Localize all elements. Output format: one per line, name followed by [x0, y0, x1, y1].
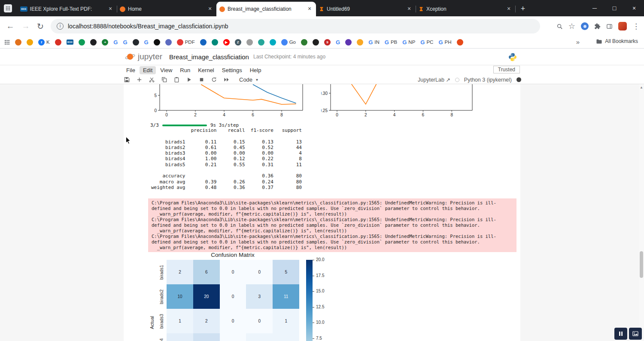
bookmark-item[interactable]	[258, 39, 264, 46]
save-icon[interactable]	[124, 76, 130, 83]
browser-tab[interactable]: Xception×	[416, 2, 515, 16]
menu-help[interactable]: Help	[246, 66, 265, 74]
site-favicon: Z	[235, 39, 241, 46]
extension-badge-icon[interactable]	[581, 22, 589, 30]
confusion-row-label: birads2	[159, 289, 164, 304]
bookmark-item[interactable]	[165, 39, 172, 46]
jupyterlab-link[interactable]: JupyterLab ↗	[418, 76, 450, 83]
scroll-up-icon[interactable]: ▲	[639, 85, 644, 89]
tab-close-icon[interactable]: ×	[306, 6, 313, 12]
screenshot-button[interactable]	[629, 328, 642, 340]
interrupt-kernel-icon[interactable]	[198, 76, 205, 83]
confusion-cell: 0	[220, 284, 246, 309]
cell-type-dropdown[interactable]: Code ▾	[239, 76, 258, 83]
bookmark-item[interactable]: GPC	[420, 39, 433, 46]
add-cell-icon[interactable]	[136, 76, 143, 83]
google-favicon: G	[420, 39, 425, 46]
bookmark-item[interactable]	[212, 39, 218, 46]
menu-bar: FileEditViewRunKernelSettingsHelpTrusted	[0, 65, 644, 75]
bookmark-item[interactable]	[357, 39, 363, 46]
confusion-cell: 1	[167, 309, 193, 333]
python-logo-icon	[508, 52, 517, 62]
all-bookmarks-button[interactable]: All Bookmarks	[596, 38, 638, 44]
profile-avatar[interactable]	[618, 22, 627, 30]
site-info-icon[interactable]: i	[57, 23, 64, 30]
run-all-icon[interactable]	[223, 76, 230, 83]
bookmark-item[interactable]: PDF	[177, 39, 195, 46]
tab-close-icon[interactable]: ×	[107, 6, 114, 12]
bookmark-item[interactable]	[457, 39, 463, 46]
bookmark-label: IN	[374, 40, 380, 45]
browser-tab[interactable]: Home×	[117, 2, 216, 16]
bookmark-item[interactable]: IEEE	[67, 40, 74, 45]
menu-settings[interactable]: Settings	[219, 66, 246, 74]
browser-menu-icon[interactable]: ⋮	[632, 22, 640, 31]
maximize-button[interactable]: □	[605, 0, 624, 16]
zoom-icon[interactable]	[556, 23, 563, 30]
ieee-favicon: IEEE	[20, 6, 27, 12]
bookmark-item[interactable]: GNP	[402, 39, 415, 46]
reload-icon[interactable]: ↻	[35, 21, 46, 31]
menu-kernel[interactable]: Kernel	[194, 66, 218, 74]
bookmark-item[interactable]	[313, 39, 319, 46]
tab-close-icon[interactable]: ×	[505, 6, 512, 12]
kernel-name[interactable]: Python 3 (ipykernel)	[464, 77, 512, 83]
copy-cell-icon[interactable]	[161, 76, 167, 83]
bookmark-item[interactable]	[200, 39, 207, 46]
new-tab-button[interactable]: +	[518, 3, 528, 14]
bookmark-item[interactable]	[27, 39, 33, 46]
notebook-title[interactable]: Breast_image_classficiation	[169, 53, 249, 61]
bookmark-item[interactable]	[246, 39, 253, 46]
bookmark-item[interactable]: Z	[235, 39, 241, 46]
browser-tab[interactable]: Untitled69×	[316, 2, 416, 16]
bookmark-item[interactable]	[15, 39, 21, 46]
close-window-button[interactable]: ×	[624, 0, 644, 16]
minimize-button[interactable]: ─	[585, 0, 605, 16]
bookmark-item[interactable]	[79, 39, 85, 46]
extensions-puzzle-icon[interactable]	[594, 23, 601, 30]
page-scrollbar[interactable]: ▲	[639, 84, 644, 341]
browser-tab[interactable]: Breast_image_classficiation×	[216, 2, 316, 16]
bookmark-item[interactable]	[301, 39, 307, 46]
tab-search-icon[interactable]	[4, 4, 12, 12]
restart-kernel-icon[interactable]	[211, 76, 217, 83]
bookmark-item[interactable]	[154, 39, 160, 46]
bookmark-item[interactable]	[55, 39, 61, 46]
colorbar-tick-label: 10.0	[316, 320, 324, 325]
tab-close-icon[interactable]: ×	[406, 6, 413, 12]
bookmark-item[interactable]: G	[144, 39, 149, 46]
pause-button[interactable]	[614, 328, 627, 340]
bookmark-item[interactable]: Go	[281, 39, 296, 46]
bookmark-item[interactable]	[270, 39, 276, 46]
bookmark-item[interactable]: GPH	[438, 39, 451, 46]
bookmark-item[interactable]: GPB	[385, 39, 397, 46]
bookmark-item[interactable]: G	[336, 39, 340, 46]
bookmark-item[interactable]: 9	[324, 39, 331, 46]
tab-close-icon[interactable]: ×	[207, 6, 213, 12]
bookmark-star-icon[interactable]: ☆	[568, 21, 575, 31]
menu-edit[interactable]: Edit	[140, 66, 156, 74]
run-cell-icon[interactable]	[186, 76, 192, 83]
bookmarks-overflow-icon[interactable]: »	[576, 38, 580, 46]
bookmark-item[interactable]: G	[123, 39, 127, 46]
cut-cell-icon[interactable]	[149, 76, 155, 83]
bookmark-item[interactable]: fK	[38, 39, 50, 46]
bookmark-item[interactable]: +	[102, 39, 108, 46]
bookmark-item[interactable]: ▶	[223, 39, 230, 46]
address-bar[interactable]: i localhost:8888/notebooks/Breast_image_…	[51, 19, 540, 33]
bookmark-item[interactable]	[133, 39, 139, 46]
menu-run[interactable]: Run	[176, 66, 194, 74]
scrollbar-thumb[interactable]	[640, 251, 643, 278]
back-icon[interactable]: ←	[5, 21, 15, 31]
bookmark-item[interactable]	[4, 40, 10, 45]
menu-view[interactable]: View	[157, 66, 176, 74]
bookmark-item[interactable]	[345, 39, 352, 46]
bookmark-item[interactable]	[90, 39, 97, 46]
menu-file[interactable]: File	[123, 66, 139, 74]
bookmark-item[interactable]: GIN	[368, 39, 380, 46]
browser-tab[interactable]: IEEEIEEE Xplore Full-Text PDF:×	[17, 2, 117, 16]
paste-cell-icon[interactable]	[173, 76, 180, 83]
forward-icon[interactable]: →	[21, 21, 31, 31]
bookmark-item[interactable]: G	[113, 39, 118, 46]
side-panel-icon[interactable]	[606, 23, 613, 30]
